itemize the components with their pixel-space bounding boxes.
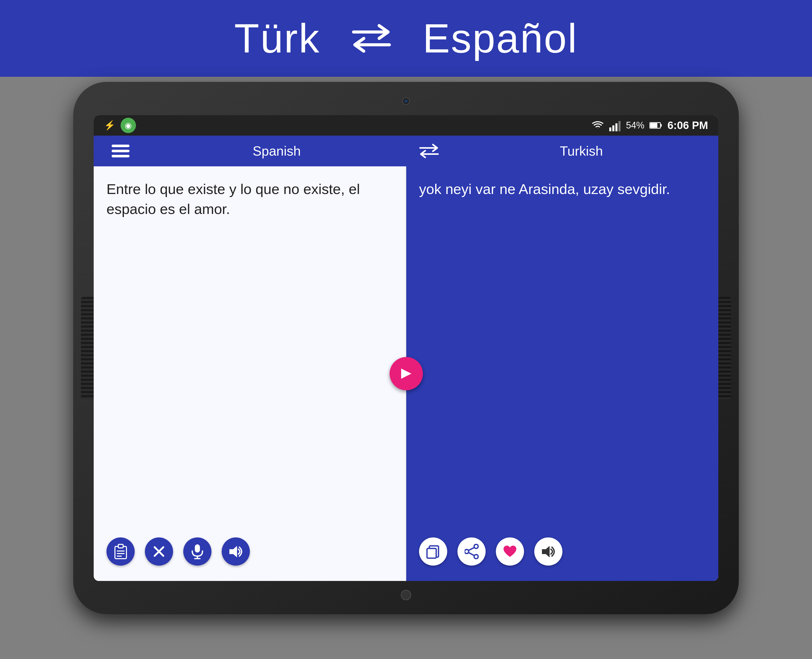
status-bar: ⚡ ◉ 54% bbox=[94, 115, 718, 136]
header-lang-right[interactable]: Español bbox=[423, 15, 578, 62]
share-button[interactable] bbox=[457, 538, 486, 566]
svg-rect-15 bbox=[118, 544, 123, 548]
translation-area: Entre lo que existe y lo que no existe, … bbox=[94, 166, 718, 581]
battery-icon bbox=[650, 121, 662, 129]
app-toolbar: Spanish Turkish bbox=[94, 136, 718, 166]
left-action-buttons bbox=[107, 530, 393, 573]
battery-text: 54% bbox=[626, 120, 644, 131]
svg-rect-11 bbox=[112, 155, 129, 158]
right-action-buttons bbox=[419, 530, 705, 573]
svg-rect-4 bbox=[615, 123, 618, 131]
toolbar-lang-spanish[interactable]: Spanish bbox=[140, 143, 414, 159]
svg-marker-25 bbox=[401, 369, 412, 379]
microphone-button[interactable] bbox=[183, 538, 211, 566]
clipboard-button[interactable] bbox=[107, 538, 135, 566]
svg-rect-8 bbox=[650, 123, 657, 128]
status-time: 6:06 PM bbox=[667, 119, 708, 132]
svg-rect-9 bbox=[112, 145, 129, 147]
source-text[interactable]: Entre lo que existe y lo que no existe, … bbox=[107, 179, 393, 530]
translated-text: yok neyi var ne Arasinda, uzay sevgidir. bbox=[419, 179, 705, 530]
speaker-left-grille bbox=[81, 297, 95, 399]
notification-icon: ◉ bbox=[121, 118, 136, 133]
signal-icon bbox=[609, 120, 621, 131]
menu-button[interactable] bbox=[94, 145, 140, 158]
header-lang-left[interactable]: Türk bbox=[234, 15, 320, 62]
copy-button[interactable] bbox=[419, 538, 447, 566]
clear-button[interactable] bbox=[145, 538, 173, 566]
svg-rect-10 bbox=[112, 150, 129, 152]
svg-rect-7 bbox=[661, 124, 662, 127]
header-swap-icon[interactable] bbox=[351, 23, 392, 54]
source-panel: Entre lo que existe y lo que no existe, … bbox=[94, 166, 406, 581]
status-right: 54% 6:06 PM bbox=[591, 119, 708, 132]
tts-left-button[interactable] bbox=[222, 538, 250, 566]
toolbar-lang-turkish[interactable]: Turkish bbox=[445, 143, 718, 159]
svg-rect-5 bbox=[618, 121, 621, 131]
toolbar-swap-button[interactable] bbox=[414, 143, 445, 159]
translate-button[interactable] bbox=[389, 357, 423, 390]
status-left: ⚡ ◉ bbox=[104, 118, 136, 133]
speaker-right-grille bbox=[717, 297, 731, 399]
favorite-button[interactable] bbox=[496, 538, 524, 566]
svg-rect-2 bbox=[609, 128, 611, 131]
tablet-device: ⚡ ◉ 54% bbox=[73, 82, 739, 614]
front-camera bbox=[402, 97, 410, 105]
tts-right-button[interactable] bbox=[534, 538, 563, 566]
wifi-icon bbox=[591, 120, 604, 131]
home-button[interactable] bbox=[401, 590, 411, 600]
tablet-screen: ⚡ ◉ 54% bbox=[94, 115, 718, 581]
svg-marker-24 bbox=[229, 546, 237, 557]
svg-rect-21 bbox=[195, 544, 200, 553]
svg-marker-33 bbox=[542, 546, 550, 557]
header-bar: Türk Español bbox=[0, 0, 812, 77]
usb-icon: ⚡ bbox=[104, 120, 115, 131]
svg-line-32 bbox=[468, 553, 475, 556]
svg-rect-27 bbox=[427, 549, 436, 558]
svg-rect-3 bbox=[612, 125, 614, 131]
translation-panel: yok neyi var ne Arasinda, uzay sevgidir. bbox=[406, 166, 718, 581]
svg-line-31 bbox=[468, 547, 475, 550]
